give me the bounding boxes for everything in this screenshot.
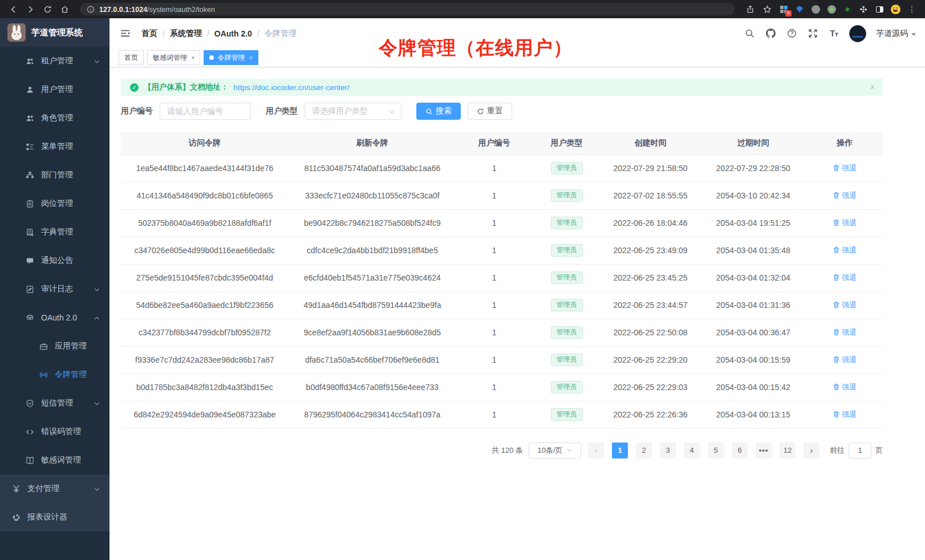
notice-bubble-icon [25,256,34,265]
extension-star-icon[interactable]: ✶ [842,3,853,15]
fullscreen-icon[interactable] [807,28,818,39]
sidebar-item-菜单管理[interactable]: 菜单管理 [0,132,109,161]
goto-label: 前往 [830,445,845,456]
font-size-icon[interactable] [828,28,839,39]
share-icon[interactable] [744,3,756,15]
tab-首页[interactable]: 首页 [119,50,144,65]
force-logout-button[interactable]: 强退 [833,163,857,173]
sidebar-item-审计日志[interactable]: 审计日志 [0,275,109,303]
force-logout-button[interactable]: 强退 [833,273,857,283]
sidebar-item-用户管理[interactable]: 用户管理 [0,75,109,104]
sidebar-item-令牌管理[interactable]: 令牌管理 [0,360,109,389]
user-type-select[interactable]: 请选择用户类型 [305,103,401,120]
page-button-2[interactable]: 2 [636,443,652,458]
sidebar-item-敏感词管理[interactable]: 敏感词管理 [0,446,109,474]
breadcrumb: 首页/系统管理/OAuth 2.0/令牌管理 [141,29,297,39]
action-cell: 强退 [806,237,883,264]
sidebar-item-短信管理[interactable]: 短信管理 [0,389,109,417]
tab-close-icon[interactable]: × [191,54,194,61]
sidebar-item-OAuth 2.0[interactable]: OAuth 2.0 [0,303,109,332]
forward-icon[interactable] [24,3,36,15]
prev-page-button[interactable]: ‹ [588,443,604,458]
search-button[interactable]: 搜索 [416,103,461,120]
chevron-down-icon [388,108,395,115]
user-id-cell: 1 [456,291,533,319]
tab-令牌管理[interactable]: 令牌管理× [204,50,258,65]
page-button-6[interactable]: 6 [732,443,748,458]
force-logout-button[interactable]: 强退 [833,382,857,392]
page-button-12[interactable]: 12 [780,443,796,458]
tab-敏感词管理[interactable]: 敏感词管理× [147,50,200,65]
browser-menu-icon[interactable]: ⋮ [906,3,918,15]
page-button-3[interactable]: 3 [660,443,676,458]
created-time-cell: 2022-06-25 23:44:57 [601,291,700,319]
address-bar[interactable]: 127.0.0.1:1024/system/oauth2/token [80,3,735,15]
sidebar-item-应用管理[interactable]: 应用管理 [0,332,109,360]
user-id-input[interactable] [160,103,251,120]
force-logout-button[interactable]: 强退 [833,300,857,310]
pagination-more[interactable]: ••• [756,443,772,458]
force-logout-button[interactable]: 强退 [833,218,857,228]
site-info-icon[interactable] [87,5,95,13]
sidebar-item-租户管理[interactable]: 租户管理 [0,47,109,75]
dict-book-icon [25,228,34,237]
sidebar-item-label: 菜单管理 [41,141,73,152]
sidebar-item-通知公告[interactable]: 通知公告 [0,246,109,275]
sidebar: 芋道管理系统 租户管理用户管理角色管理菜单管理部门管理岗位管理字典管理通知公告审… [0,18,109,560]
alert-close-icon[interactable]: × [870,83,875,92]
breadcrumb-item[interactable]: 系统管理 [170,29,202,39]
app-logo[interactable]: 芋道管理系统 [0,18,109,47]
screen: 127.0.0.1:1024/system/oauth2/token 9 ✶ ⋮… [0,0,925,560]
sidebar-item-支付管理[interactable]: 支付管理 [0,474,109,503]
back-icon[interactable] [7,3,19,15]
success-check-icon: ✓ [130,83,139,92]
home-icon[interactable] [58,3,71,15]
breadcrumb-item[interactable]: 首页 [141,29,157,39]
sidebar-item-错误码管理[interactable]: 错误码管理 [0,417,109,446]
expire-time-cell: 2054-03-04 01:35:48 [700,237,806,264]
extension-gem-icon[interactable] [794,3,805,15]
user-type-cell: 管理员 [532,209,601,237]
goto-page-input[interactable] [849,443,871,458]
reload-icon[interactable] [41,3,54,15]
extensions-puzzle-icon[interactable] [858,3,869,15]
force-logout-button[interactable]: 强退 [833,190,857,201]
force-logout-button[interactable]: 强退 [833,327,857,338]
user-avatar[interactable] [849,25,866,42]
active-tab-dot [209,55,214,60]
sidebar-item-报表设计器[interactable]: 报表设计器 [0,503,109,531]
help-icon[interactable] [786,28,797,39]
side-panel-icon[interactable] [874,3,885,15]
url-host: 127.0.0.1:1024 [99,6,147,14]
page-button-4[interactable]: 4 [684,443,700,458]
next-page-button[interactable]: › [804,443,819,458]
search-icon[interactable] [744,28,755,39]
extension-circle-icon[interactable] [810,3,821,15]
breadcrumb-item[interactable]: OAuth 2.0 [214,29,252,38]
sidebar-item-部门管理[interactable]: 部门管理 [0,161,109,189]
github-icon[interactable] [765,28,776,39]
sidebar-item-label: 角色管理 [41,113,73,123]
force-logout-button[interactable]: 强退 [833,409,857,420]
doc-link[interactable]: https://doc.iocoder.cn/user-center/ [234,83,350,92]
extension-record-icon[interactable] [826,3,837,15]
page-size-select[interactable]: 10条/页 [529,443,581,458]
sidebar-item-角色管理[interactable]: 角色管理 [0,104,109,132]
sidebar-item-岗位管理[interactable]: 岗位管理 [0,189,109,218]
bookmark-star-icon[interactable] [761,3,773,15]
reset-button[interactable]: 重置 [468,103,512,120]
action-cell: 强退 [806,291,883,319]
user-menu[interactable]: 芋道源码 [876,29,916,39]
force-logout-button[interactable]: 强退 [833,245,857,255]
collapse-menu-icon[interactable] [119,27,131,40]
tab-close-icon[interactable]: × [249,54,252,61]
profile-avatar-icon[interactable] [890,3,901,15]
force-logout-button[interactable]: 强退 [833,355,857,365]
action-cell: 强退 [806,155,883,182]
sidebar-item-字典管理[interactable]: 字典管理 [0,218,109,246]
sidebar-item-label: OAuth 2.0 [41,313,77,322]
extension-grid-icon[interactable]: 9 [778,3,789,15]
token-broadcast-icon [39,370,48,379]
page-button-5[interactable]: 5 [708,443,724,458]
page-button-1[interactable]: 1 [612,443,628,458]
